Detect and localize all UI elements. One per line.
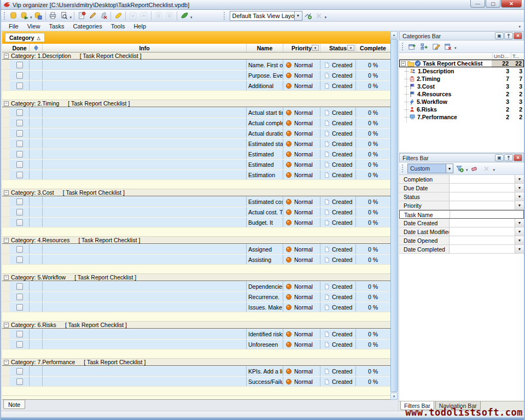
task-info-cell[interactable] — [43, 376, 247, 386]
task-row[interactable]: Actual completionNormalCreated0 % — [2, 118, 390, 128]
task-done-checkbox[interactable] — [16, 130, 23, 137]
filter-row-task-name[interactable]: Task Name — [399, 210, 524, 219]
task-priority-cell[interactable]: Normal — [283, 80, 320, 90]
filter-dropdown-button[interactable]: ▼ — [515, 245, 524, 253]
filter-row-due-date[interactable]: Due Date▼ — [399, 184, 524, 192]
task-complete-cell[interactable]: 0 % — [356, 244, 390, 254]
task-priority-cell[interactable]: Normal — [283, 366, 320, 376]
highlight-task-button[interactable] — [113, 10, 124, 21]
task-done-checkbox[interactable] — [16, 151, 23, 158]
filter-dropdown-button[interactable]: ▼ — [515, 192, 524, 201]
task-status-cell[interactable]: Created — [320, 128, 356, 138]
task-priority-cell[interactable]: Normal — [283, 291, 320, 301]
task-row[interactable]: Budget. ItNormalCreated0 % — [2, 217, 390, 228]
task-complete-cell[interactable]: 0 % — [356, 376, 390, 386]
scroll-up-button[interactable]: ▲ — [390, 31, 398, 38]
task-status-cell[interactable]: Created — [320, 107, 356, 117]
filters-toolbar-dropdown[interactable]: ▾ — [493, 165, 495, 172]
category-tree-root-item[interactable]: −Task Report Checklist2222 — [399, 60, 524, 67]
task-info-cell[interactable] — [43, 366, 247, 376]
filter-value-field[interactable] — [450, 228, 515, 236]
task-done-checkbox[interactable] — [16, 246, 23, 253]
filter-row-date-last-modified[interactable]: Date Last Modified▼ — [399, 228, 524, 236]
task-importance-cell[interactable] — [30, 60, 43, 69]
task-done-checkbox[interactable] — [16, 199, 23, 205]
task-importance-cell[interactable] — [30, 244, 43, 254]
task-done-cell[interactable] — [10, 217, 30, 227]
task-importance-cell[interactable] — [30, 376, 43, 386]
task-done-cell[interactable] — [10, 244, 30, 254]
scroll-down-button[interactable]: ▼ — [390, 393, 398, 400]
collapse-group-button[interactable]: − — [4, 360, 9, 365]
filter-preset-value[interactable]: Custom — [407, 164, 446, 173]
category-tree-item[interactable]: 2.Timing77 — [399, 75, 524, 83]
task-priority-cell[interactable]: Normal — [283, 207, 320, 217]
menu-item-file[interactable]: File — [4, 22, 23, 30]
task-priority-cell[interactable]: Normal — [283, 159, 320, 169]
task-done-cell[interactable] — [10, 70, 30, 80]
task-info-cell[interactable] — [43, 217, 247, 227]
menu-item-help[interactable]: Help — [129, 22, 150, 30]
edit-task-button[interactable] — [87, 10, 98, 21]
task-info-cell[interactable] — [43, 291, 247, 301]
print-group-dropdown[interactable]: ▾ — [70, 12, 72, 20]
task-done-cell[interactable] — [10, 118, 30, 127]
task-info-cell[interactable] — [43, 138, 247, 148]
menu-item-tools[interactable]: Tools — [107, 22, 130, 30]
grid-vertical-scrollbar[interactable]: ▲ ▼ — [390, 31, 398, 400]
tree-collapse-button[interactable]: − — [401, 61, 406, 66]
task-importance-cell[interactable] — [30, 329, 43, 339]
task-done-cell[interactable] — [10, 138, 30, 148]
task-status-cell[interactable]: Created — [320, 217, 356, 227]
task-status-cell[interactable]: Created — [320, 329, 356, 339]
task-done-checkbox[interactable] — [16, 294, 23, 300]
new-subcategory-button[interactable] — [418, 42, 430, 52]
filters-toolbar-grip[interactable] — [402, 165, 404, 172]
category-tree-item[interactable]: 7.Performance22 — [399, 113, 524, 121]
task-info-cell[interactable] — [43, 244, 247, 254]
task-done-checkbox[interactable] — [16, 283, 23, 290]
task-done-checkbox[interactable] — [16, 304, 23, 311]
task-importance-cell[interactable] — [30, 159, 43, 169]
new-task-button[interactable] — [76, 10, 87, 21]
category-group-row[interactable]: −Category: 1.Description[ Task Report Ch… — [2, 52, 390, 60]
category-group-row[interactable]: −Category: 5.Workflow[ Task Report Check… — [2, 274, 390, 281]
task-info-cell[interactable] — [43, 196, 247, 206]
print-preview-button[interactable] — [59, 10, 69, 21]
task-row[interactable]: Success/Failure.NormalCreated0 % — [2, 376, 390, 387]
task-row[interactable]: Estimated startNormalCreated0 % — [2, 138, 390, 149]
task-row[interactable]: EstimatedNormalCreated0 % — [2, 149, 390, 159]
task-done-cell[interactable] — [10, 196, 30, 206]
task-info-cell[interactable] — [43, 254, 247, 264]
task-priority-cell[interactable]: Normal — [283, 244, 320, 254]
filter-value-field[interactable] — [450, 245, 515, 253]
filter-row-date-opened[interactable]: Date Opened▼ — [399, 236, 524, 245]
task-priority-cell[interactable]: Normal — [283, 196, 320, 206]
task-importance-cell[interactable] — [30, 118, 43, 127]
task-done-checkbox[interactable] — [16, 161, 23, 168]
task-done-cell[interactable] — [10, 329, 30, 339]
task-row[interactable]: EstimatedNormalCreated0 % — [2, 159, 390, 170]
priority-filter-button[interactable]: ▼ — [312, 45, 319, 51]
view-style-dropdown[interactable]: ▾ — [190, 12, 192, 20]
minimize-button[interactable]: — — [470, 0, 485, 8]
task-status-cell[interactable]: Created — [320, 339, 356, 349]
collapse-group-button[interactable]: − — [4, 275, 9, 280]
task-complete-cell[interactable]: 0 % — [356, 291, 390, 301]
delete-task-button[interactable] — [98, 10, 109, 21]
task-status-cell[interactable]: Created — [320, 196, 356, 206]
filter-value-field[interactable] — [450, 184, 515, 192]
task-done-cell[interactable] — [10, 107, 30, 117]
layout-combo-value[interactable]: Default Task View Layout — [230, 11, 294, 21]
task-complete-cell[interactable]: 0 % — [356, 329, 390, 339]
task-status-cell[interactable]: Created — [320, 291, 356, 301]
task-importance-cell[interactable] — [30, 281, 43, 291]
filter-value-field[interactable] — [450, 201, 515, 209]
layout-toolbar-grip[interactable] — [224, 12, 226, 20]
task-view-layout-combo[interactable]: Default Task View Layout ▼ — [230, 11, 302, 21]
task-done-cell[interactable] — [10, 366, 30, 376]
task-info-cell[interactable] — [43, 118, 247, 127]
filter-row-status[interactable]: Status▼ — [399, 192, 524, 201]
task-done-checkbox[interactable] — [16, 141, 23, 147]
task-priority-cell[interactable]: Normal — [283, 107, 320, 117]
